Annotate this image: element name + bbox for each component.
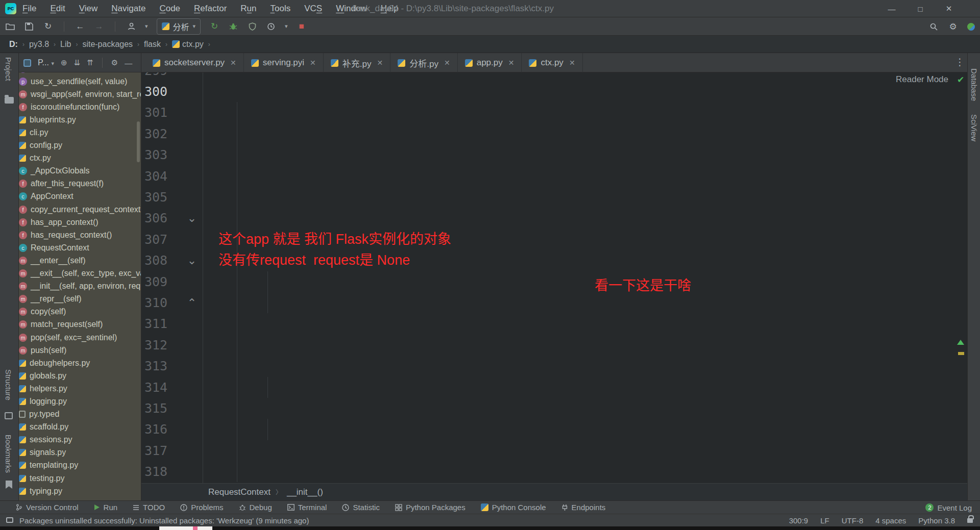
tab-close-icon[interactable]: ✕ <box>230 59 236 67</box>
code-line[interactable]: 313 <box>141 356 955 377</box>
tab-close-icon[interactable]: ✕ <box>569 59 575 67</box>
version-control-button[interactable]: Version Control <box>15 503 79 512</box>
code-line[interactable]: 312 <box>141 335 955 356</box>
fold-icon[interactable] <box>185 250 199 271</box>
tree-item[interactable]: match_request(self) <box>19 318 141 331</box>
maximize-button[interactable]: □ <box>914 5 927 13</box>
status-message[interactable]: Packages uninstalled successfully: Unins… <box>19 516 309 525</box>
minimize-button[interactable]: — <box>885 5 898 13</box>
tree-item[interactable]: helpers.py <box>19 382 141 395</box>
reader-mode-label[interactable]: Reader Mode <box>896 74 948 85</box>
editor-scrollbar[interactable]: ✔ <box>955 72 967 483</box>
tree-item[interactable]: RequestContext <box>19 241 141 254</box>
file-encoding[interactable]: UTF-8 <box>842 516 864 525</box>
code-line[interactable]: 299 <box>141 72 955 82</box>
search-everywhere-icon[interactable] <box>928 21 939 32</box>
menu-item[interactable]: Tools <box>271 4 291 14</box>
code-line[interactable]: 307 这个app 就是 我们 Flask实例化的对象 <box>141 229 955 250</box>
indent-setting[interactable]: 4 spaces <box>875 516 906 525</box>
breadcrumb-class[interactable]: RequestContext <box>208 487 271 497</box>
stripe-project-button[interactable]: Project <box>4 57 13 81</box>
code-line[interactable]: 303 <box>141 144 955 166</box>
tree-item[interactable]: pop(self, exc=_sentinel) <box>19 331 141 344</box>
code-line[interactable]: 306 <box>141 208 955 229</box>
menu-item[interactable]: Refactor <box>194 4 227 14</box>
menu-item[interactable]: File <box>22 4 36 14</box>
panel-settings-gear-icon[interactable]: ⚙ <box>111 58 118 67</box>
project-view-selector[interactable]: P... ▾ <box>38 58 54 67</box>
stripe-structure-button[interactable]: Structure <box>4 369 13 400</box>
code-line[interactable]: 304 <box>141 166 955 187</box>
tree-item[interactable]: scaffold.py <box>19 421 141 434</box>
python-console-tool-button[interactable]: Python Console <box>481 503 546 512</box>
stripe-database-button[interactable]: Database <box>970 68 978 101</box>
menu-item[interactable]: Run <box>240 4 256 14</box>
user-icon[interactable] <box>126 21 136 32</box>
tab-close-icon[interactable]: ✕ <box>444 59 450 67</box>
code-line[interactable]: 316 <box>141 419 955 440</box>
code-line[interactable]: 302 <box>141 123 955 145</box>
tree-item[interactable]: use_x_sendfile(self, value) <box>19 75 141 88</box>
editor-tab[interactable]: 补充.py ✕ <box>324 53 390 72</box>
save-all-icon[interactable] <box>24 21 34 32</box>
profiler-icon[interactable] <box>266 21 276 32</box>
menu-item[interactable]: VCS <box>304 4 322 14</box>
sync-icon[interactable]: ↻ <box>43 21 53 32</box>
debug-tool-button[interactable]: Debug <box>239 503 272 512</box>
menu-item[interactable]: View <box>79 4 98 14</box>
menu-item[interactable]: Code <box>159 4 180 14</box>
editor-tab[interactable]: 分析.py ✕ <box>390 53 457 72</box>
code-line[interactable]: 318 <box>141 461 955 483</box>
line-ending[interactable]: LF <box>820 516 829 525</box>
code-line[interactable]: 315 <box>141 398 955 419</box>
code-line[interactable]: 311 <box>141 313 955 335</box>
run-configuration-select[interactable]: 分析 ▾ <box>157 18 201 35</box>
menu-item[interactable]: Edit <box>50 4 65 14</box>
profiler-dropdown-icon[interactable]: ▾ <box>285 23 288 30</box>
tree-item[interactable]: _AppCtxGlobals <box>19 165 141 178</box>
tree-item[interactable]: __init__(self, app, environ, request, se… <box>19 280 141 293</box>
tree-item[interactable]: typing.py <box>19 485 141 497</box>
tree-item[interactable]: signals.py <box>19 446 141 459</box>
breadcrumb-item[interactable]: flask <box>144 40 161 49</box>
close-button[interactable]: ✕ <box>942 4 955 13</box>
code-editor[interactable]: 299 300 301 302 303 <box>141 72 955 483</box>
todo-tool-button[interactable]: TODO <box>133 503 165 512</box>
tree-item[interactable]: has_request_context() <box>19 229 141 241</box>
terminal-tool-button[interactable]: Terminal <box>287 503 327 512</box>
endpoints-tool-button[interactable]: Endpoints <box>561 503 606 512</box>
code-line[interactable]: 308 没有传request request是 None <box>141 250 955 271</box>
tree-item[interactable]: has_app_context() <box>19 216 141 229</box>
editor-tab[interactable]: ctx.py ✕ <box>522 53 582 72</box>
tree-scrollbar[interactable] <box>137 121 140 162</box>
open-folder-icon[interactable] <box>5 21 15 32</box>
code-line[interactable]: 300 <box>141 81 955 103</box>
code-with-me-icon[interactable] <box>967 23 975 31</box>
tree-item[interactable]: py.typed <box>19 408 141 421</box>
python-interpreter[interactable]: Python 3.8 <box>918 516 955 525</box>
tree-item[interactable]: testing.py <box>19 472 141 485</box>
tab-close-icon[interactable]: ✕ <box>310 59 316 67</box>
code-line[interactable]: 317 <box>141 440 955 462</box>
tree-item[interactable]: __exit__(self, exc_type, exc_value, tb) <box>19 267 141 280</box>
stripe-bookmarks-button[interactable]: Bookmarks <box>4 435 13 473</box>
tree-item[interactable]: __enter__(self) <box>19 254 141 267</box>
fold-icon[interactable] <box>185 292 199 313</box>
stop-icon[interactable]: ■ <box>297 21 307 32</box>
breadcrumb-item[interactable]: Lib <box>60 40 71 49</box>
collapse-all-icon[interactable]: ⇈ <box>87 58 93 67</box>
tree-item[interactable]: cli.py <box>19 126 141 139</box>
forward-icon[interactable]: → <box>94 21 104 32</box>
fold-icon[interactable] <box>185 208 199 229</box>
breadcrumb-item[interactable]: D: <box>9 40 18 49</box>
tree-item[interactable]: blueprints.py <box>19 113 141 126</box>
tab-close-icon[interactable]: ✕ <box>508 59 514 67</box>
tree-item[interactable]: sessions.py <box>19 434 141 446</box>
tree-item[interactable]: copy_current_request_context(f) <box>19 203 141 216</box>
code-line[interactable]: 314 <box>141 377 955 398</box>
hide-panel-icon[interactable]: ― <box>125 59 132 67</box>
breadcrumb-method[interactable]: __init__() <box>287 487 323 497</box>
inspections-ok-icon[interactable]: ✔ <box>957 74 964 85</box>
problems-tool-button[interactable]: Problems <box>180 503 223 512</box>
statistic-tool-button[interactable]: Statistic <box>342 503 380 512</box>
